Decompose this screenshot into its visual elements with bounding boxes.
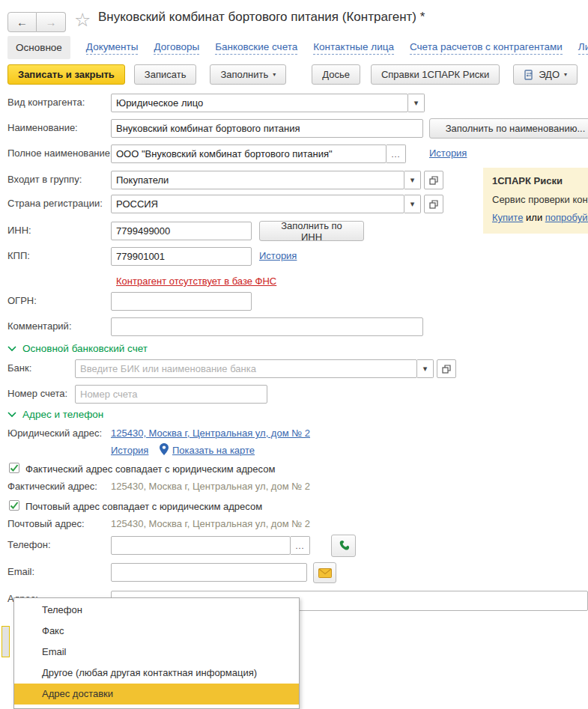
group-dropdown-button[interactable]: ▾ — [404, 171, 421, 189]
menu-item-fax[interactable]: Факс — [14, 621, 299, 642]
full-name-input[interactable] — [111, 144, 387, 163]
checkmark-icon — [10, 464, 19, 472]
comment-label: Комментарий: — [7, 320, 72, 332]
spark-reports-button[interactable]: Справки 1СПАРК Риски — [371, 64, 500, 85]
forward-button[interactable]: → — [37, 12, 66, 32]
call-button[interactable] — [331, 535, 356, 557]
post-address-checkbox-label[interactable]: Почтовый адрес совпадает с юридическим а… — [25, 501, 262, 512]
fact-address-checkbox[interactable] — [9, 463, 19, 473]
menu-item-delivery-address[interactable]: Адрес доставки — [14, 684, 299, 705]
dropdown-arrow-icon: ▾ — [564, 71, 567, 78]
spark-buy-link[interactable]: Купите — [492, 212, 523, 223]
dropdown-arrow-icon: ▾ — [410, 175, 415, 185]
send-email-button[interactable] — [313, 562, 336, 583]
kind-input[interactable] — [111, 94, 408, 112]
kpp-history-link[interactable]: История — [259, 250, 297, 261]
bank-open-button[interactable] — [437, 359, 456, 378]
bank-dropdown-button[interactable]: ▾ — [417, 359, 434, 378]
tab-contracts[interactable]: Договоры — [154, 41, 199, 55]
kpp-input[interactable] — [111, 247, 252, 266]
contact-type-context-menu: Телефон Факс Email Другое (любая другая … — [13, 597, 300, 709]
spark-or-text: или — [526, 212, 542, 223]
kind-label: Вид контрагента: — [7, 97, 85, 108]
favorite-star-icon[interactable]: ☆ — [74, 9, 91, 31]
name-label: Наименование: — [7, 122, 78, 133]
kind-dropdown-button[interactable]: ▾ — [408, 94, 425, 112]
chevron-down-icon — [7, 346, 16, 352]
name-input[interactable] — [111, 119, 423, 138]
country-open-button[interactable] — [424, 195, 443, 213]
comment-input[interactable] — [111, 317, 423, 336]
phone-input[interactable] — [111, 536, 291, 555]
fact-address-checkbox-label[interactable]: Фактический адрес совпадает с юридически… — [25, 463, 275, 475]
fill-menu-button[interactable]: Заполнить▾ — [210, 64, 286, 85]
dropdown-arrow-icon: ▾ — [423, 364, 428, 374]
country-input[interactable] — [111, 195, 404, 213]
dropdown-arrow-icon: ▾ — [410, 199, 415, 209]
spark-try-link[interactable]: попробуйте — [545, 212, 588, 223]
inn-input[interactable] — [111, 222, 252, 240]
group-input[interactable] — [111, 171, 404, 189]
kpp-label: КПП: — [7, 250, 30, 261]
post-address-checkbox[interactable] — [9, 500, 19, 511]
country-dropdown-button[interactable]: ▾ — [404, 195, 421, 213]
email-label: Email: — [7, 566, 34, 577]
fns-warning-link[interactable]: Контрагент отсутствует в базе ФНС — [116, 276, 276, 287]
open-form-icon — [429, 200, 438, 209]
back-icon: ← — [16, 16, 28, 28]
save-and-close-button[interactable]: Записать и закрыть — [7, 64, 125, 85]
nav-history-buttons: ← → — [7, 12, 66, 32]
fill-by-inn-button[interactable]: Заполнить по ИНН — [259, 221, 364, 241]
address-section-header[interactable]: Адрес и телефон — [7, 409, 103, 420]
phone-label: Телефон: — [7, 539, 51, 550]
email-input[interactable] — [111, 563, 307, 582]
bank-input[interactable] — [75, 359, 417, 378]
group-label: Входит в группу: — [7, 174, 82, 185]
menu-item-email[interactable]: Email — [14, 642, 299, 663]
address-section-title: Адрес и телефон — [22, 409, 103, 420]
tab-contact-persons[interactable]: Контактные лица — [313, 41, 394, 55]
save-button[interactable]: Записать — [134, 64, 197, 85]
map-pin-icon — [160, 443, 169, 455]
tab-settlement-accounts[interactable]: Счета расчетов с контрагентами — [410, 41, 563, 55]
edo-label: ЭДО — [539, 69, 560, 80]
full-name-label: Полное наименование: — [7, 147, 113, 159]
edo-menu-button[interactable]: ЭДО ▾ — [513, 64, 578, 85]
phone-more-button[interactable]: ... — [291, 536, 310, 555]
group-open-button[interactable] — [424, 171, 443, 189]
show-on-map-link[interactable]: Показать на карте — [172, 445, 255, 456]
menu-item-phone[interactable]: Телефон — [14, 600, 299, 621]
post-address-value: 125430, Москва г, Центральная ул, дом № … — [111, 518, 310, 529]
open-form-icon — [429, 176, 438, 185]
tab-bar: Основное Документы Договоры Банковские с… — [7, 36, 588, 59]
phone-handset-icon — [338, 540, 350, 552]
tab-documents[interactable]: Документы — [86, 41, 139, 55]
dropdown-arrow-icon: ▾ — [414, 98, 419, 108]
spark-panel-title: 1СПАРК Риски — [492, 175, 588, 186]
dropdown-arrow-icon: ▾ — [273, 71, 276, 78]
inn-label: ИНН: — [7, 225, 31, 236]
chevron-down-icon — [7, 412, 16, 418]
fill-by-name-button[interactable]: Заполнить по наименованию... — [429, 118, 588, 139]
dossier-button[interactable]: Досье — [312, 64, 360, 85]
legal-address-link[interactable]: 125430, Москва г, Центральная ул, дом № … — [111, 427, 310, 439]
fact-address-value: 125430, Москва г, Центральная ул, дом № … — [111, 481, 310, 492]
tab-main[interactable]: Основное — [7, 36, 70, 59]
envelope-icon — [318, 568, 332, 578]
fact-address-label: Фактический адрес: — [7, 481, 97, 492]
toolbar: Записать и закрыть Записать Заполнить▾ Д… — [7, 64, 588, 85]
legal-address-history-link[interactable]: История — [111, 445, 148, 456]
checkmark-icon — [10, 502, 19, 510]
menu-item-other[interactable]: Другое (любая другая контактная информац… — [14, 663, 299, 684]
partially-hidden-button[interactable] — [1, 626, 10, 657]
ogrn-input[interactable] — [111, 292, 252, 311]
bank-label: Банк: — [7, 362, 31, 374]
spark-risks-panel: 1СПАРК Риски Сервис проверки контра Купи… — [483, 168, 588, 234]
full-name-more-button[interactable]: ... — [387, 144, 406, 163]
account-input[interactable] — [75, 385, 267, 404]
back-button[interactable]: ← — [7, 12, 37, 32]
tab-bank-accounts[interactable]: Банковские счета — [215, 41, 297, 55]
full-name-history-link[interactable]: История — [429, 147, 467, 159]
tab-licenses[interactable]: Лицензии — [578, 41, 588, 55]
bank-section-header[interactable]: Основной банковский счет — [7, 343, 148, 354]
